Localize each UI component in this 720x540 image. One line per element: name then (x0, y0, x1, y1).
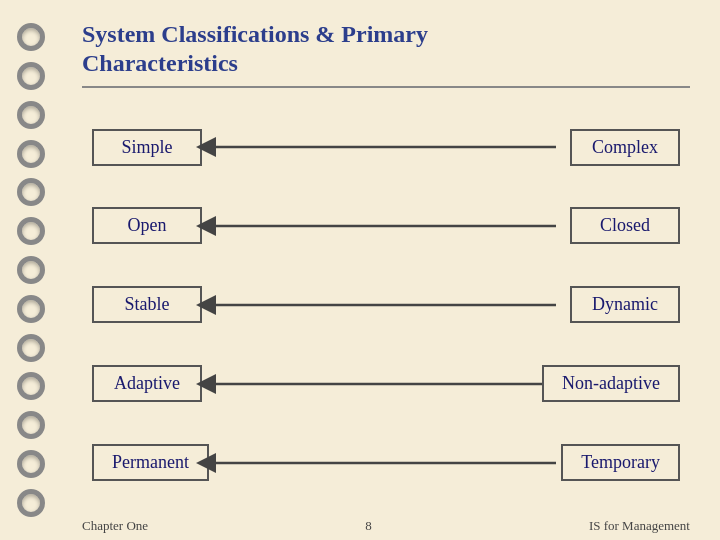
footer-center: 8 (148, 518, 589, 534)
spiral-ring (17, 256, 45, 284)
spiral-ring (17, 101, 45, 129)
label-left-4: Permanent (92, 444, 209, 481)
spiral-ring (17, 62, 45, 90)
spiral-ring (17, 217, 45, 245)
title-line1: System Classifications & Primary (82, 21, 428, 47)
footer-right: IS for Management (589, 518, 690, 534)
footer: Chapter One 8 IS for Management (62, 512, 720, 540)
classification-row: Permanent Temporary (82, 453, 690, 473)
classification-row: Adaptive Non-adaptive (82, 374, 690, 394)
spiral-ring (17, 178, 45, 206)
spiral-ring (17, 295, 45, 323)
label-right-4: Temporary (561, 444, 680, 481)
arrow-2 (196, 295, 576, 315)
label-left-2: Stable (92, 286, 202, 323)
spiral-ring (17, 489, 45, 517)
label-right-2: Dynamic (570, 286, 680, 323)
spiral-ring (17, 450, 45, 478)
spiral-ring (17, 411, 45, 439)
spiral-ring (17, 140, 45, 168)
title-divider (82, 86, 690, 88)
arrow-0 (196, 137, 576, 157)
arrow-4 (196, 453, 576, 473)
classification-row: Open Closed (82, 216, 690, 236)
footer-left: Chapter One (82, 518, 148, 534)
classification-row: Simple Complex (82, 137, 690, 157)
classification-rows: Simple ComplexOpen ClosedStable Dynami (82, 108, 690, 502)
spiral-ring (17, 334, 45, 362)
spiral-ring (17, 23, 45, 51)
arrow-1 (196, 216, 576, 236)
spiral-binding (0, 0, 62, 540)
label-right-3: Non-adaptive (542, 365, 680, 402)
spiral-ring (17, 372, 45, 400)
arrow-3 (196, 374, 576, 394)
content-area: System Classifications & Primary Charact… (62, 0, 720, 512)
label-right-1: Closed (570, 207, 680, 244)
classification-row: Stable Dynamic (82, 295, 690, 315)
slide-title: System Classifications & Primary Charact… (82, 20, 690, 78)
label-left-1: Open (92, 207, 202, 244)
title-line2: Characteristics (82, 50, 238, 76)
label-left-0: Simple (92, 129, 202, 166)
slide: System Classifications & Primary Charact… (0, 0, 720, 540)
label-right-0: Complex (570, 129, 680, 166)
label-left-3: Adaptive (92, 365, 202, 402)
